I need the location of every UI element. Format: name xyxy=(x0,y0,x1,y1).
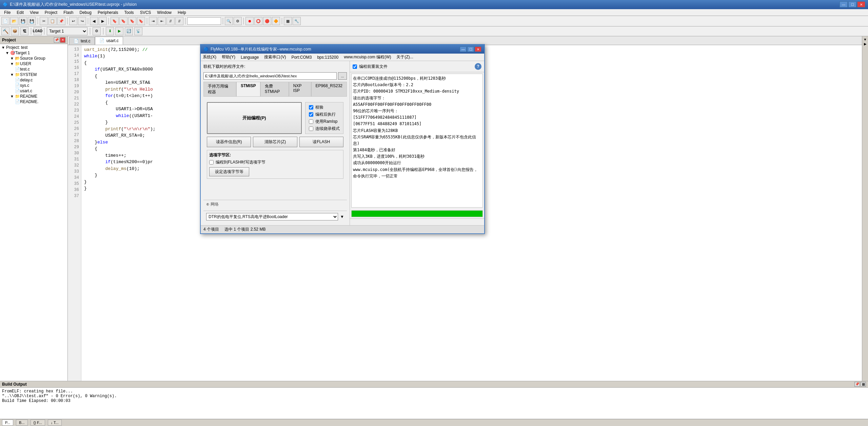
menu-project[interactable]: Project xyxy=(42,9,60,16)
bookmark4-btn[interactable]: 🔖 xyxy=(137,17,145,25)
build-btn[interactable]: 🔨 xyxy=(1,27,9,35)
target-select[interactable]: Target 1 xyxy=(47,27,87,35)
tree-test-c[interactable]: 📄 test.c xyxy=(1,66,67,72)
config-btn[interactable]: 🔧 xyxy=(293,17,301,25)
project-pin-btn[interactable]: 📌 xyxy=(54,37,59,43)
download3-btn[interactable]: 🔃 xyxy=(125,27,133,35)
right-tab-2[interactable]: ▶ xyxy=(863,42,867,46)
flymcu-help-icon[interactable]: ? xyxy=(475,63,481,70)
menu-svcs[interactable]: SVCS xyxy=(137,9,154,16)
tree-project-root[interactable]: ▼ Project: test xyxy=(1,45,67,50)
tree-source-group[interactable]: ▼ 📂 Source Group xyxy=(1,56,67,61)
download2-btn[interactable]: ▶ xyxy=(115,27,123,35)
new-file-btn[interactable]: 📄 xyxy=(1,17,9,25)
flymcu-read-flash-btn[interactable]: 读FLASH xyxy=(299,137,343,147)
redo-btn[interactable]: ↪ xyxy=(78,17,86,25)
undo-btn[interactable]: ↩ xyxy=(69,17,77,25)
flymcu-tab-handheld[interactable]: 手持万用编程器 xyxy=(203,82,236,96)
flymcu-maximize[interactable]: ☐ xyxy=(467,46,474,52)
flymcu-tab-stmisp[interactable]: STMISP xyxy=(236,82,260,96)
flymcu-menu-port[interactable]: Port:COM3 xyxy=(291,55,312,60)
cut-btn[interactable]: ✂ xyxy=(40,17,48,25)
download-btn[interactable]: ⬇ xyxy=(106,27,114,35)
status-tab-p[interactable]: P... xyxy=(2,420,13,426)
tree-readme[interactable]: ▼ 📁 README xyxy=(1,94,67,99)
bookmark2-btn[interactable]: 🔖 xyxy=(119,17,127,25)
save-all-btn[interactable]: 💾 xyxy=(28,17,36,25)
flymcu-read-info-btn[interactable]: 读器件信息(R) xyxy=(207,137,251,147)
layout-btn[interactable]: ▦ xyxy=(284,17,292,25)
find-btn[interactable]: 🔍 xyxy=(225,17,233,25)
nav-fwd-btn[interactable]: ▶ xyxy=(99,17,107,25)
tree-sys-c[interactable]: 📄 sys.c xyxy=(1,83,67,88)
stop-btn[interactable]: ⭕ xyxy=(254,17,262,25)
flymcu-menu-search-port[interactable]: 搜索串口(V) xyxy=(264,54,286,60)
maximize-button[interactable]: ☐ xyxy=(848,1,856,7)
menu-help[interactable]: Help xyxy=(175,9,189,16)
flymcu-option-cb-input[interactable] xyxy=(209,160,214,164)
flymcu-menu-help[interactable]: 帮助(Y) xyxy=(222,54,235,60)
uncomment-btn[interactable]: // xyxy=(175,17,183,25)
flymcu-cb-continuous-input[interactable] xyxy=(309,127,313,131)
bookmark3-btn[interactable]: 🔖 xyxy=(128,17,136,25)
settings-btn[interactable]: ⚙ xyxy=(234,17,242,25)
flymcu-menu-bps[interactable]: bps:115200 xyxy=(317,55,338,60)
tab-usart-c[interactable]: 📄 usart.c xyxy=(95,37,123,45)
manage-btn[interactable]: ⚙ xyxy=(93,27,101,35)
tree-usart-c[interactable]: 📄 usart.c xyxy=(1,88,67,94)
tab-test-c[interactable]: 📄 test.c xyxy=(69,37,95,45)
tree-system[interactable]: ▼ 📁 SYSTEM xyxy=(1,72,67,77)
status-tab-b[interactable]: B... xyxy=(16,420,28,426)
indent-btn[interactable]: ⇥ xyxy=(149,17,157,25)
menu-view[interactable]: View xyxy=(27,9,41,16)
project-close-btn[interactable]: ✕ xyxy=(60,37,65,43)
flymcu-dropdown[interactable]: DTR的低电平复位,RTS高电平进BootLoader xyxy=(206,213,338,220)
build2-btn[interactable]: 📦 xyxy=(11,27,19,35)
build-close-btn2[interactable]: ▦ xyxy=(861,382,866,387)
copy-btn[interactable]: 📋 xyxy=(48,17,57,25)
build-pin-btn[interactable]: 📌 xyxy=(854,382,860,387)
close-button[interactable]: ✕ xyxy=(857,1,865,7)
flymcu-minimize[interactable]: — xyxy=(460,46,467,52)
minimize-button[interactable]: — xyxy=(840,1,848,7)
menu-flash[interactable]: Flash xyxy=(61,9,76,16)
flymcu-cb-ramisp-input[interactable] xyxy=(309,119,313,124)
bookmark-btn[interactable]: 🔖 xyxy=(111,17,119,25)
debug-stop-btn[interactable]: 🔶 xyxy=(272,17,280,25)
flymcu-tab-stmiap[interactable]: 免费STMIAP xyxy=(260,82,289,96)
flymcu-start-btn[interactable]: 开始编程(P) xyxy=(207,102,302,134)
flymcu-tab-ep968[interactable]: EP968_RS232 xyxy=(311,82,347,96)
search-input[interactable]: beep xyxy=(187,17,221,25)
flymcu-close[interactable]: ✕ xyxy=(475,46,481,52)
tree-delay-c[interactable]: 📄 delay.c xyxy=(1,77,67,83)
run-btn[interactable]: ⏺ xyxy=(245,17,254,25)
flymcu-menu-program[interactable]: www.mcuisp.com 编程(W) xyxy=(344,54,391,60)
flymcu-reload-cb[interactable] xyxy=(353,64,357,69)
debug-run-btn[interactable]: 🔴 xyxy=(263,17,271,25)
status-tab-t[interactable]: ↓ T... xyxy=(48,420,62,426)
menu-window[interactable]: Window xyxy=(154,9,174,16)
flymcu-tab-nxpisp[interactable]: NXP ISP xyxy=(289,82,311,96)
unindent-btn[interactable]: ⇤ xyxy=(158,17,166,25)
nav-back-btn[interactable]: ◀ xyxy=(90,17,98,25)
status-tab-f[interactable]: {} F... xyxy=(31,420,45,426)
build3-btn[interactable]: 🏗 xyxy=(20,27,28,35)
flymcu-menu-about[interactable]: 关于(Z)... xyxy=(396,54,413,60)
flymcu-cb-run-input[interactable] xyxy=(309,112,313,117)
menu-tools[interactable]: Tools xyxy=(122,9,137,16)
flymcu-menu-language[interactable]: Language xyxy=(241,55,259,60)
tree-target1[interactable]: ▼ 🎯 Target 1 xyxy=(1,50,67,56)
flymcu-menu-system[interactable]: 系统(X) xyxy=(203,54,216,60)
tree-readme-file[interactable]: 📄 README. xyxy=(1,99,67,104)
load-btn[interactable]: LOAD xyxy=(34,27,42,35)
flymcu-erase-btn[interactable]: 清除芯片(Z) xyxy=(253,137,297,147)
right-tab-1[interactable]: ▼ xyxy=(863,38,867,41)
menu-file[interactable]: File xyxy=(1,9,13,16)
menu-debug[interactable]: Debug xyxy=(77,9,94,16)
tree-user[interactable]: ▼ 📁 USER xyxy=(1,61,67,66)
menu-edit[interactable]: Edit xyxy=(14,9,26,16)
save-btn[interactable]: 💾 xyxy=(19,17,27,25)
flymcu-log-panel[interactable]: 在串口COM3连接成功@115200bps，耗时1203毫秒 芯片内BootLo… xyxy=(351,74,483,208)
flymcu-browse-btn[interactable]: ... xyxy=(338,72,347,80)
open-btn[interactable]: 📂 xyxy=(10,17,18,25)
